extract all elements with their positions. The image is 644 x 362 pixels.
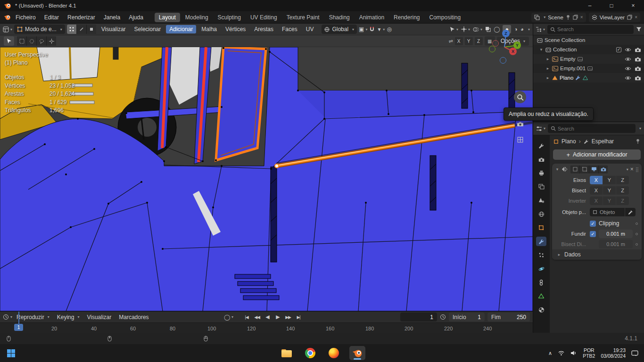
workspace-tab-uv-editing[interactable]: UV Editing xyxy=(246,13,281,22)
current-frame-field[interactable]: 1 xyxy=(400,313,437,321)
new-scene-icon[interactable] xyxy=(573,15,578,20)
select-circle-icon[interactable] xyxy=(27,36,36,46)
expand-icon[interactable]: ▸ xyxy=(545,75,550,80)
outliner-row-empty[interactable]: ▸ Empty xyxy=(533,54,644,64)
disable-render-icon[interactable] xyxy=(635,57,641,62)
physics-tab[interactable] xyxy=(536,264,546,273)
bisect-z-toggle[interactable]: Z xyxy=(616,186,629,195)
add-modifier-button[interactable]: +Adicionar modificador xyxy=(553,149,641,160)
axis-z-toggle[interactable]: Z xyxy=(616,176,629,184)
hide-eye-icon[interactable] xyxy=(625,57,631,61)
clipping-checkbox[interactable]: ✓ xyxy=(590,221,596,227)
keyframe-dot[interactable] xyxy=(636,222,638,225)
menu-edit[interactable]: Editar xyxy=(41,13,63,22)
tweak-tool-icon[interactable]: ▾ xyxy=(450,26,458,32)
properties-search-input[interactable] xyxy=(558,126,633,132)
eyedropper-icon[interactable] xyxy=(625,208,636,216)
file-explorer-icon[interactable] xyxy=(279,346,295,360)
menu-select[interactable]: Selecionar xyxy=(131,25,165,33)
menu-file[interactable]: Ficheiro xyxy=(12,13,40,22)
viewport-3d-canvas[interactable] xyxy=(0,47,533,311)
menu-vertex[interactable]: Vértices xyxy=(222,25,249,33)
particles-tab[interactable] xyxy=(536,250,546,260)
jump-start-button[interactable]: |◀ xyxy=(242,313,251,321)
bisect-x-toggle[interactable]: X xyxy=(590,186,603,195)
modifier-extras-dropdown[interactable]: ▾ xyxy=(627,167,628,172)
axis-minus-x[interactable] xyxy=(493,41,499,47)
blender-menu-icon[interactable] xyxy=(4,14,11,21)
snap-magnet-icon[interactable] xyxy=(369,26,375,32)
language-indicator[interactable]: PORPTB2 xyxy=(583,347,595,359)
workspace-tab-sculpting[interactable]: Sculpting xyxy=(214,13,245,22)
outliner-row-collection[interactable]: ▾ Collection ✓ xyxy=(533,45,644,54)
use-preview-range-icon[interactable] xyxy=(440,314,446,320)
render-tab[interactable] xyxy=(536,155,546,164)
transform-orientation-dropdown[interactable]: Global ▾ xyxy=(322,25,357,34)
hide-eye-icon[interactable] xyxy=(625,76,631,80)
select-box-icon[interactable] xyxy=(17,36,26,46)
material-tab[interactable] xyxy=(536,305,546,314)
viewlayer-tab[interactable] xyxy=(536,182,546,191)
viewlayer-selector[interactable]: ViewLayer × xyxy=(589,13,640,22)
expand-icon[interactable]: ▸ xyxy=(545,66,550,71)
workspace-tab-texture-paint[interactable]: Texture Paint xyxy=(282,13,324,22)
flip-y-toggle[interactable]: Y xyxy=(603,197,616,205)
constraints-tab[interactable] xyxy=(536,278,546,287)
menu-face[interactable]: Faces xyxy=(279,25,301,33)
play-button[interactable]: ▶ xyxy=(273,313,282,321)
object-tab[interactable] xyxy=(536,223,546,232)
workspace-tab-shading[interactable]: Shading xyxy=(325,13,354,22)
keyframe-dot[interactable] xyxy=(636,243,638,246)
menu-help[interactable]: Ajuda xyxy=(125,13,147,22)
workspace-tab-modeling[interactable]: Modeling xyxy=(181,13,213,22)
data-subpanel-header[interactable]: ▸ Dados xyxy=(552,249,642,260)
workspace-tab-compositing[interactable]: Compositing xyxy=(425,13,465,22)
mirror-z-toggle[interactable]: Z xyxy=(475,37,483,45)
menu-add[interactable]: Adicionar xyxy=(166,25,196,33)
collapse-icon[interactable]: ▾ xyxy=(555,167,560,172)
active-tool-icon[interactable] xyxy=(4,36,14,46)
scene-tab[interactable] xyxy=(536,196,546,205)
menu-edge[interactable]: Arestas xyxy=(251,25,277,33)
frame-start-field[interactable]: Início1 xyxy=(449,313,485,321)
frame-end-field[interactable]: Fim250 xyxy=(487,313,530,321)
axis-y-toggle[interactable]: Y xyxy=(603,176,616,184)
menu-window[interactable]: Janela xyxy=(100,13,124,22)
axis-minus-z[interactable] xyxy=(500,58,506,64)
workspace-tab-rendering[interactable]: Rendering xyxy=(389,13,424,22)
play-reverse-button[interactable]: ◀ xyxy=(263,313,272,321)
menu-mesh[interactable]: Malha xyxy=(198,25,220,33)
autokey-toggle-icon[interactable]: ◯▾ xyxy=(224,314,233,321)
mode-dropdown[interactable]: Modo de e... ▾ xyxy=(14,25,65,34)
menu-keying[interactable]: Keying▾ xyxy=(54,313,83,321)
expand-icon[interactable]: ▸ xyxy=(545,57,550,61)
merge-threshold-field[interactable]: 0.001 m xyxy=(599,230,633,238)
edit-mode-toggle[interactable] xyxy=(580,165,589,173)
select-lasso-icon[interactable] xyxy=(37,36,46,46)
bisect-distance-field[interactable]: 0.001 m xyxy=(599,240,633,248)
bisect-y-toggle[interactable]: Y xyxy=(603,186,616,195)
menu-view[interactable]: Visualizar xyxy=(98,25,129,33)
gizmo-toggle-icon[interactable]: ▾ xyxy=(461,26,470,32)
menu-uv[interactable]: UV xyxy=(303,25,317,33)
axis-x-toggle[interactable]: X xyxy=(590,176,603,184)
outliner-search[interactable] xyxy=(547,25,634,34)
close-button[interactable]: × xyxy=(622,0,644,11)
edge-select-icon[interactable] xyxy=(77,25,86,34)
jump-end-button[interactable]: ▶| xyxy=(294,313,303,321)
disable-render-icon[interactable] xyxy=(635,66,641,71)
outliner-editor-icon[interactable]: ▾ xyxy=(536,26,545,32)
tool-tab[interactable] xyxy=(536,141,546,150)
mirror-modifier-header[interactable]: ▾ ▾ × ⣿ xyxy=(552,164,642,175)
face-select-icon[interactable] xyxy=(87,25,96,34)
editor-type-icon[interactable]: ▾ xyxy=(3,26,12,33)
modifiers-tab[interactable] xyxy=(536,237,546,246)
maximize-button[interactable]: □ xyxy=(601,0,622,11)
properties-options-icon[interactable]: ▾ xyxy=(639,126,641,131)
prev-keyframe-button[interactable]: ◀◀ xyxy=(252,313,262,321)
mirror-y-toggle[interactable]: Y xyxy=(465,37,473,45)
flip-z-toggle[interactable]: Z xyxy=(616,197,629,205)
shading-dropdown-icon[interactable]: ▾ xyxy=(528,27,530,32)
axis-minus-y[interactable] xyxy=(489,46,495,52)
volume-icon[interactable] xyxy=(570,350,577,356)
